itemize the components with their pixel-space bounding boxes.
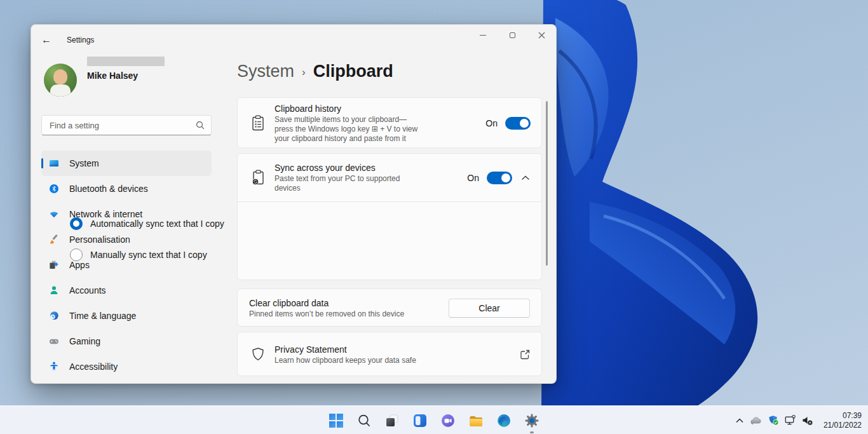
- sidebar-nav: System Bluetooth & devices Network & int…: [41, 151, 212, 379]
- radio-selected-icon[interactable]: [70, 217, 83, 230]
- user-profile[interactable]: Mike Halsey: [44, 64, 138, 97]
- sidebar-item-label: Apps: [69, 260, 90, 270]
- page-title: Clipboard: [313, 62, 393, 81]
- chat-button[interactable]: [440, 413, 456, 428]
- search-box[interactable]: [41, 115, 212, 135]
- avatar: [44, 64, 77, 97]
- setting-description: Learn how clipboard keeps your data safe: [275, 356, 416, 365]
- taskbar-search-button[interactable]: [356, 413, 372, 428]
- profile-name: Mike Halsey: [87, 71, 138, 97]
- wifi-icon: [49, 209, 59, 219]
- sidebar-item-label: Accessibility: [69, 362, 118, 372]
- close-button[interactable]: [527, 25, 556, 45]
- edge-icon: [497, 414, 511, 428]
- file-explorer-icon: [469, 414, 483, 428]
- task-view-icon: [385, 414, 399, 428]
- ethernet-display-icon[interactable]: [785, 415, 796, 426]
- setting-description: Pinned items won’t be removed on this de…: [249, 309, 404, 319]
- start-button[interactable]: [329, 413, 344, 428]
- settings-icon: [524, 413, 539, 428]
- sync-devices-card: Sync across your devices Paste text from…: [237, 153, 542, 280]
- tray-date: 21/01/2022: [824, 421, 862, 430]
- sidebar-item-label: Bluetooth & devices: [69, 184, 148, 194]
- setting-title: Clipboard history: [275, 104, 426, 114]
- system-tray: 07:39 21/01/2022: [735, 406, 862, 434]
- security-shield-icon[interactable]: [768, 415, 779, 426]
- sidebar-item-system[interactable]: System: [41, 151, 212, 176]
- sidebar-item-label: System: [69, 158, 99, 168]
- settings-window: ← Settings Mike Halsey System Bluet: [31, 24, 557, 384]
- back-button[interactable]: ←: [36, 31, 57, 49]
- radio-label: Automatically sync text that I copy: [90, 219, 224, 229]
- widgets-button[interactable]: [412, 413, 428, 428]
- chevron-up-icon[interactable]: [521, 175, 530, 180]
- clear-clipboard-card: Clear clipboard data Pinned items won’t …: [237, 288, 542, 327]
- setting-title: Privacy Statement: [275, 344, 416, 355]
- window-controls: [468, 25, 556, 45]
- task-view-button[interactable]: [384, 413, 400, 428]
- radio-unselected-icon[interactable]: [70, 248, 83, 261]
- sidebar-item-label: Time & language: [69, 311, 136, 321]
- maximize-icon: [510, 32, 515, 38]
- maximize-button[interactable]: [498, 25, 527, 45]
- toggle-state-label: On: [485, 118, 498, 128]
- sidebar-item-label: Accounts: [69, 285, 106, 295]
- file-explorer-button[interactable]: [468, 413, 484, 428]
- clipboard-history-toggle[interactable]: [505, 117, 531, 130]
- sidebar-item-time-language[interactable]: Time & language: [41, 303, 212, 329]
- start-icon: [329, 414, 343, 428]
- search-input[interactable]: [50, 121, 196, 130]
- titlebar: ← Settings: [31, 25, 94, 55]
- sidebar-item-accessibility[interactable]: Accessibility: [41, 354, 212, 379]
- external-link-icon: [520, 349, 530, 360]
- sidebar-item-label: Gaming: [69, 336, 100, 346]
- clipboard-icon: [251, 115, 265, 132]
- sync-devices-header[interactable]: Sync across your devices Paste text from…: [238, 154, 541, 202]
- radio-option-automatic-sync[interactable]: Automatically sync text that I copy: [70, 217, 224, 230]
- bluetooth-icon: [49, 184, 59, 194]
- clipboard-history-card: Clipboard history Save multiple items to…: [237, 97, 542, 148]
- brush-icon: [49, 234, 59, 245]
- widgets-icon: [413, 414, 427, 428]
- chat-icon: [441, 414, 455, 428]
- content-scrollbar[interactable]: [546, 101, 548, 266]
- breadcrumb-parent[interactable]: System: [237, 62, 294, 81]
- accessibility-icon: [49, 362, 59, 372]
- taskbar-clock[interactable]: 07:39 21/01/2022: [824, 411, 862, 430]
- apps-icon: [49, 260, 59, 270]
- gamepad-icon: [49, 336, 59, 346]
- minimize-button[interactable]: [468, 25, 498, 45]
- setting-description: Save multiple items to your clipboard— p…: [275, 115, 426, 144]
- setting-title: Clear clipboard data: [249, 298, 404, 308]
- setting-title: Sync across your devices: [275, 163, 421, 173]
- window-title: Settings: [67, 36, 94, 44]
- radio-option-manual-sync[interactable]: Manually sync text that I copy: [70, 248, 207, 261]
- close-icon: [538, 32, 545, 39]
- shield-icon: [251, 347, 265, 362]
- chevron-up-icon[interactable]: [735, 417, 744, 424]
- minimize-icon: [480, 35, 486, 36]
- sidebar-item-gaming[interactable]: Gaming: [41, 329, 212, 354]
- breadcrumb-separator: ›: [302, 66, 306, 79]
- monitor-icon: [49, 158, 59, 168]
- sync-devices-toggle[interactable]: [487, 172, 512, 184]
- search-icon: [196, 121, 205, 130]
- onedrive-cloud-icon[interactable]: [750, 416, 763, 426]
- profile-email-redacted: [87, 57, 165, 66]
- sidebar-item-label: Personalisation: [69, 234, 130, 245]
- edge-button[interactable]: [496, 413, 512, 428]
- volume-muted-icon[interactable]: [802, 416, 813, 426]
- radio-label: Manually sync text that I copy: [90, 250, 207, 260]
- settings-app-button[interactable]: [524, 413, 539, 428]
- tray-time: 07:39: [824, 411, 862, 421]
- clipboard-sync-icon: [251, 170, 265, 186]
- toggle-state-label: On: [467, 173, 479, 183]
- privacy-statement-card[interactable]: Privacy Statement Learn how clipboard ke…: [237, 332, 542, 376]
- clear-button[interactable]: Clear: [449, 299, 530, 318]
- person-icon: [49, 285, 59, 295]
- sidebar-item-bluetooth-devices[interactable]: Bluetooth & devices: [41, 176, 212, 201]
- sidebar-item-accounts[interactable]: Accounts: [41, 278, 212, 303]
- search-icon: [357, 414, 371, 428]
- breadcrumb: System › Clipboard: [237, 62, 393, 81]
- taskbar: 07:39 21/01/2022: [0, 405, 868, 434]
